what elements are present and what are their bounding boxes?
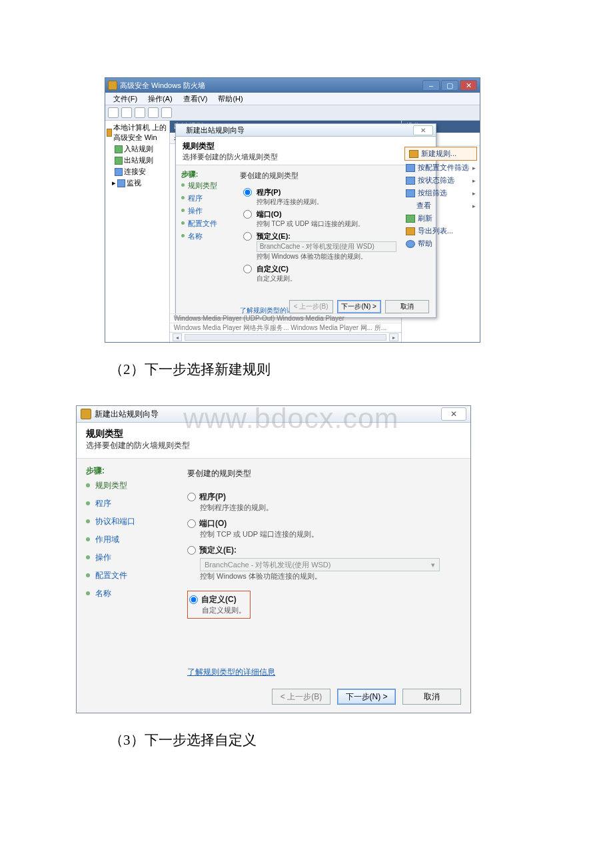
radio-label: 程序(P) (199, 491, 226, 503)
minimize-button[interactable]: – (422, 80, 440, 91)
tree-label: 监视 (127, 178, 141, 188)
action-help[interactable]: 帮助 (402, 237, 480, 250)
action-export[interactable]: 导出列表... (402, 225, 480, 237)
action-refresh[interactable]: 刷新 (402, 212, 480, 225)
back-button: < 上一步(B) (289, 300, 333, 313)
action-filter-group[interactable]: 按组筛选▸ (402, 187, 480, 199)
menu-file[interactable]: 文件(F) (108, 94, 143, 104)
next-button[interactable]: 下一步(N) > (337, 689, 396, 705)
radio-port[interactable]: 端口(O) 控制 TCP 或 UDP 端口连接的规则。 (187, 518, 458, 539)
close-button[interactable]: ✕ (460, 80, 477, 91)
step-name[interactable]: 名称 (181, 230, 231, 243)
radio-predef-input[interactable] (243, 232, 252, 241)
learn-more-link[interactable]: 了解规则类型的详细信息 (187, 667, 275, 678)
radio-label: 自定义(C) (201, 594, 237, 605)
help-icon[interactable] (161, 107, 172, 118)
help-icon (406, 240, 415, 248)
list-row[interactable]: Windows Media Player 网络共享服务... Windows M… (170, 323, 401, 332)
tree-inbound[interactable]: 入站规则 (107, 143, 168, 155)
wizard-close-button[interactable]: ✕ (441, 407, 466, 421)
step-profile[interactable]: 配置文件 (181, 217, 231, 230)
step-ruletype[interactable]: 规则类型 (86, 477, 183, 495)
monitor-icon (117, 179, 125, 187)
step-profile[interactable]: 配置文件 (86, 567, 183, 585)
radio-port-input[interactable] (243, 210, 252, 219)
tree-outbound[interactable]: 出站规则 (107, 155, 168, 166)
wizard-content: 要创建的规则类型 程序(P) 控制程序连接的规则。 端口(O) 控制 TCP 或… (183, 459, 470, 683)
step-ruletype[interactable]: 规则类型 (181, 179, 231, 192)
wizard-titlebar: 新建出站规则向导 ✕ (176, 124, 436, 137)
radio-port-input[interactable] (187, 519, 196, 528)
wizard-title: 新建出站规则向导 (95, 409, 159, 420)
chevron-right-icon: ▸ (472, 203, 476, 209)
caption-step3: （3）下一步选择自定义 (0, 713, 613, 764)
filter-icon (406, 164, 415, 172)
step-scope[interactable]: 作用域 (86, 531, 183, 549)
menu-action[interactable]: 操作(A) (143, 94, 178, 104)
step-name[interactable]: 名称 (86, 585, 183, 603)
wizard-question: 要创建的规则类型 (240, 171, 428, 181)
action-label: 查看 (416, 201, 431, 211)
new-rule-wizard-large: www.bdocx.com 新建出站规则向导 ✕ 规则类型 选择要创建的防火墙规… (76, 405, 471, 713)
tree-monitor[interactable]: ▸ 监视 (107, 177, 168, 189)
radio-program-input[interactable] (187, 493, 196, 501)
step-program[interactable]: 程序 (181, 192, 231, 205)
action-label: 按状态筛选 (418, 175, 454, 185)
connsec-icon (115, 168, 123, 176)
maximize-button[interactable]: ▢ (441, 80, 458, 91)
radio-program[interactable]: 程序(P) 控制程序连接的规则。 (187, 491, 458, 513)
action-label: 按配置文件筛选 (418, 163, 469, 173)
radio-program[interactable]: 程序(P)控制程序连接的规则。 (240, 187, 428, 207)
radio-port[interactable]: 端口(O)控制 TCP 或 UDP 端口连接的规则。 (240, 209, 428, 229)
tree-label: 连接安 (124, 167, 146, 177)
refresh-icon[interactable] (148, 107, 159, 118)
step-action[interactable]: 操作 (86, 549, 183, 567)
radio-predef[interactable]: 预定义(E): BranchCache - 对等机发现(使用 WSD) 控制 W… (187, 545, 458, 581)
tree-label: 出站规则 (124, 155, 153, 165)
back-button: < 上一步(B) (272, 689, 330, 705)
up-icon[interactable] (135, 107, 145, 118)
radio-predef-input[interactable] (187, 546, 196, 555)
scroll-track[interactable] (185, 334, 386, 341)
step-program[interactable]: 程序 (86, 495, 183, 513)
radio-predef[interactable]: 预定义(E):BranchCache - 对等机发现(使用 WSD)控制 Win… (240, 231, 428, 261)
menu-help[interactable]: 帮助(H) (213, 94, 248, 104)
wizard-heading: 规则类型 (183, 141, 429, 152)
wizard-close-button[interactable]: ✕ (413, 125, 433, 135)
radio-custom[interactable]: 自定义(C) 自定义规则。 (189, 594, 246, 615)
newrule-icon (409, 150, 418, 158)
cancel-button[interactable]: 取消 (402, 689, 461, 705)
next-button[interactable]: 下一步(N) > (337, 300, 381, 313)
list-row[interactable]: Windows Media Player (UDP-Out) Windows M… (170, 313, 401, 323)
forward-icon[interactable] (121, 107, 132, 118)
menu-view[interactable]: 查看(V) (178, 94, 213, 104)
cancel-button[interactable]: 取消 (385, 300, 429, 313)
radio-desc: 控制 Windows 体验功能连接的规则。 (257, 253, 367, 260)
radio-custom[interactable]: 自定义(C)自定义规则。 (240, 264, 428, 283)
wizard-question: 要创建的规则类型 (187, 468, 458, 479)
tree-connsec[interactable]: 连接安 (107, 166, 168, 177)
wizard-buttons: < 上一步(B) 下一步(N) > 取消 (77, 683, 470, 713)
chevron-right-icon: ▸ (472, 177, 476, 184)
wizard-steps: 步骤: 规则类型 程序 操作 配置文件 名称 (176, 165, 236, 312)
action-view[interactable]: 查看▸ (402, 199, 480, 212)
predef-selected: BranchCache - 对等机发现(使用 WSD) (205, 560, 330, 570)
action-new-rule[interactable]: 新建规则... (404, 147, 477, 161)
action-filter-state[interactable]: 按状态筛选▸ (402, 174, 480, 187)
scroll-left-icon[interactable]: ◂ (173, 333, 182, 341)
tree-root[interactable]: 本地计算机 上的高级安全 Win (107, 122, 168, 143)
rules-list-pane: 出站规则 名称 组 配置文件 已启用 操... 新建出站规则向导 ✕ 规则类型 … (170, 121, 401, 342)
action-label: 按组筛选 (418, 188, 447, 198)
action-filter-profile[interactable]: 按配置文件筛选▸ (402, 161, 480, 174)
step-protocol[interactable]: 协议和端口 (86, 513, 183, 531)
radio-custom-highlight: 自定义(C) 自定义规则。 (187, 591, 251, 619)
step-action[interactable]: 操作 (181, 205, 231, 217)
radio-label: 预定义(E): (199, 545, 237, 556)
window-titlebar: 高级安全 Windows 防火墙 – ▢ ✕ (105, 78, 480, 93)
scroll-right-icon[interactable]: ▸ (389, 333, 398, 341)
radio-program-input[interactable] (243, 188, 252, 197)
horizontal-scrollbar[interactable]: ◂ ▸ (170, 332, 401, 342)
radio-custom-input[interactable] (189, 595, 198, 604)
radio-custom-input[interactable] (243, 265, 252, 273)
back-icon[interactable] (108, 107, 119, 118)
